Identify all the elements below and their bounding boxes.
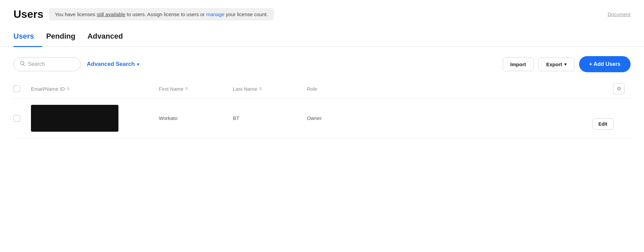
license-notice: You have licenses still available to use… xyxy=(49,8,274,20)
col-header-last-name[interactable]: Last Name ⇅ xyxy=(233,86,307,92)
first-name-value: Workato xyxy=(159,115,178,121)
col-header-role: Role xyxy=(307,86,381,92)
search-icon xyxy=(20,61,25,68)
edit-label: Edit xyxy=(599,121,607,127)
header-left: Users You have licenses still available … xyxy=(13,8,274,20)
export-label: Export xyxy=(546,61,562,67)
table-header-row: Email/Name ID ⇅ First Name ⇅ Last Name ⇅… xyxy=(13,79,631,99)
license-suffix: your license count. xyxy=(224,11,268,17)
advanced-search-button[interactable]: Advanced Search ▾ xyxy=(87,61,139,68)
tab-users[interactable]: Users xyxy=(13,28,42,47)
advanced-search-label: Advanced Search xyxy=(87,61,135,68)
add-users-label: + Add Users xyxy=(589,61,620,67)
import-label: Import xyxy=(510,61,526,67)
role-value: Owner xyxy=(307,115,322,121)
edit-user-button[interactable]: Edit xyxy=(592,118,614,130)
redacted-email xyxy=(31,105,118,132)
tab-pending[interactable]: Pending xyxy=(46,28,83,47)
select-all-checkbox[interactable] xyxy=(13,85,20,92)
checkbox-header-cell xyxy=(13,85,31,92)
export-button[interactable]: Export ▾ xyxy=(538,57,574,71)
add-users-button[interactable]: + Add Users xyxy=(579,56,631,72)
license-middle: to users. Assign license to users or xyxy=(126,11,206,17)
page-title: Users xyxy=(13,8,43,20)
license-still-available: still available xyxy=(97,11,126,17)
page-header: Users You have licenses still available … xyxy=(0,0,644,27)
search-placeholder-text: Search xyxy=(28,61,45,67)
sort-last-name-icon: ⇅ xyxy=(259,87,262,91)
row-checkbox-cell xyxy=(13,115,31,122)
toolbar: Search Advanced Search ▾ Import Export ▾… xyxy=(0,47,644,79)
row-email-name-cell xyxy=(31,105,159,132)
import-button[interactable]: Import xyxy=(503,57,534,71)
document-link[interactable]: Document xyxy=(608,11,631,17)
col-header-email-name-id[interactable]: Email/Name ID ⇅ xyxy=(31,86,159,92)
chevron-down-icon: ▾ xyxy=(137,62,139,67)
users-table: Email/Name ID ⇅ First Name ⇅ Last Name ⇅… xyxy=(0,79,644,138)
manage-link[interactable]: manage xyxy=(206,11,224,17)
tab-advanced[interactable]: Advanced xyxy=(87,28,131,47)
svg-line-1 xyxy=(24,65,25,66)
col-header-settings: ⚙ xyxy=(613,83,631,94)
col-header-first-name[interactable]: First Name ⇅ xyxy=(159,86,233,92)
sort-first-name-icon: ⇅ xyxy=(185,87,188,91)
row-checkbox[interactable] xyxy=(13,115,20,122)
gear-icon: ⚙ xyxy=(617,86,621,92)
toolbar-right: Import Export ▾ + Add Users xyxy=(503,56,631,72)
tabs-bar: Users Pending Advanced xyxy=(0,27,644,47)
row-first-name-cell: Workato xyxy=(159,115,233,121)
row-last-name-cell: BT xyxy=(233,115,307,121)
row-role-cell: Owner xyxy=(307,115,381,121)
search-box[interactable]: Search xyxy=(13,57,81,71)
export-dropdown-icon: ▾ xyxy=(564,62,567,67)
toolbar-left: Search Advanced Search ▾ xyxy=(13,57,139,71)
license-prefix: You have licenses xyxy=(55,11,97,17)
sort-email-icon: ⇅ xyxy=(67,87,70,91)
table-settings-button[interactable]: ⚙ xyxy=(613,83,624,94)
last-name-value: BT xyxy=(233,115,239,121)
table-row: Workato BT Owner Edit xyxy=(13,99,631,138)
